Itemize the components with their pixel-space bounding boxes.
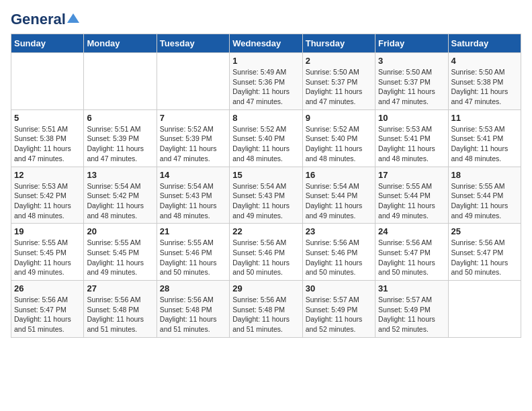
day-info: Sunrise: 5:57 AMSunset: 5:49 PMDaylight:… <box>378 295 445 334</box>
day-info: Sunrise: 5:56 AMSunset: 5:48 PMDaylight:… <box>160 295 226 334</box>
day-info: Sunrise: 5:56 AMSunset: 5:48 PMDaylight:… <box>232 295 299 334</box>
day-number: 14 <box>160 170 226 180</box>
day-number: 2 <box>306 56 372 66</box>
day-info: Sunrise: 5:56 AMSunset: 5:47 PMDaylight:… <box>378 238 445 277</box>
logo-general: General <box>11 11 66 28</box>
calendar-day-cell: 28Sunrise: 5:56 AMSunset: 5:48 PMDayligh… <box>157 281 229 338</box>
day-number: 21 <box>160 226 226 236</box>
day-info: Sunrise: 5:56 AMSunset: 5:46 PMDaylight:… <box>232 238 299 277</box>
calendar-week-row: 12Sunrise: 5:53 AMSunset: 5:42 PMDayligh… <box>11 167 521 224</box>
day-info: Sunrise: 5:53 AMSunset: 5:42 PMDaylight:… <box>14 181 81 221</box>
calendar-day-cell: 11Sunrise: 5:53 AMSunset: 5:41 PMDayligh… <box>448 109 521 167</box>
day-info: Sunrise: 5:55 AMSunset: 5:46 PMDaylight:… <box>160 238 226 277</box>
page-header: General <box>11 11 521 26</box>
day-info: Sunrise: 5:55 AMSunset: 5:45 PMDaylight:… <box>14 238 81 277</box>
day-number: 25 <box>451 226 518 236</box>
weekday-header-sunday: Sunday <box>11 34 84 53</box>
weekday-header-saturday: Saturday <box>448 34 521 53</box>
day-info: Sunrise: 5:49 AMSunset: 5:36 PMDaylight:… <box>232 67 299 107</box>
calendar-week-row: 1Sunrise: 5:49 AMSunset: 5:36 PMDaylight… <box>11 53 521 110</box>
calendar-empty-cell <box>84 53 157 110</box>
calendar-day-cell: 31Sunrise: 5:57 AMSunset: 5:49 PMDayligh… <box>375 281 448 338</box>
day-number: 31 <box>378 283 445 293</box>
day-info: Sunrise: 5:55 AMSunset: 5:45 PMDaylight:… <box>87 238 153 277</box>
day-number: 18 <box>451 170 518 180</box>
calendar-day-cell: 9Sunrise: 5:52 AMSunset: 5:40 PMDaylight… <box>302 109 375 167</box>
calendar-day-cell: 7Sunrise: 5:52 AMSunset: 5:39 PMDaylight… <box>157 109 229 167</box>
day-number: 23 <box>306 226 372 236</box>
calendar-day-cell: 1Sunrise: 5:49 AMSunset: 5:36 PMDaylight… <box>230 53 302 110</box>
calendar-day-cell: 2Sunrise: 5:50 AMSunset: 5:37 PMDaylight… <box>302 53 375 110</box>
calendar-day-cell: 16Sunrise: 5:54 AMSunset: 5:44 PMDayligh… <box>302 167 375 224</box>
calendar-week-row: 19Sunrise: 5:55 AMSunset: 5:45 PMDayligh… <box>11 224 521 281</box>
day-info: Sunrise: 5:51 AMSunset: 5:39 PMDaylight:… <box>87 124 153 164</box>
calendar-day-cell: 20Sunrise: 5:55 AMSunset: 5:45 PMDayligh… <box>84 224 157 281</box>
calendar-day-cell: 6Sunrise: 5:51 AMSunset: 5:39 PMDaylight… <box>84 109 157 167</box>
day-info: Sunrise: 5:52 AMSunset: 5:40 PMDaylight:… <box>232 124 299 164</box>
logo-icon <box>67 12 79 24</box>
day-info: Sunrise: 5:53 AMSunset: 5:41 PMDaylight:… <box>451 124 518 164</box>
calendar-day-cell: 18Sunrise: 5:55 AMSunset: 5:44 PMDayligh… <box>448 167 521 224</box>
calendar-header-row: SundayMondayTuesdayWednesdayThursdayFrid… <box>11 34 521 53</box>
weekday-header-thursday: Thursday <box>302 34 375 53</box>
calendar-week-row: 5Sunrise: 5:51 AMSunset: 5:38 PMDaylight… <box>11 109 521 167</box>
calendar-day-cell: 14Sunrise: 5:54 AMSunset: 5:43 PMDayligh… <box>157 167 229 224</box>
day-number: 20 <box>87 226 153 236</box>
logo: General <box>11 11 79 26</box>
day-info: Sunrise: 5:55 AMSunset: 5:44 PMDaylight:… <box>451 181 518 221</box>
day-number: 4 <box>451 56 518 66</box>
day-number: 29 <box>232 283 299 293</box>
day-info: Sunrise: 5:54 AMSunset: 5:43 PMDaylight:… <box>232 181 299 221</box>
calendar-day-cell: 17Sunrise: 5:55 AMSunset: 5:44 PMDayligh… <box>375 167 448 224</box>
day-info: Sunrise: 5:54 AMSunset: 5:42 PMDaylight:… <box>87 181 153 221</box>
day-number: 16 <box>306 170 372 180</box>
day-info: Sunrise: 5:55 AMSunset: 5:44 PMDaylight:… <box>378 181 445 221</box>
calendar-day-cell: 30Sunrise: 5:57 AMSunset: 5:49 PMDayligh… <box>302 281 375 338</box>
day-info: Sunrise: 5:53 AMSunset: 5:41 PMDaylight:… <box>378 124 445 164</box>
calendar-day-cell: 29Sunrise: 5:56 AMSunset: 5:48 PMDayligh… <box>230 281 302 338</box>
day-info: Sunrise: 5:56 AMSunset: 5:48 PMDaylight:… <box>87 295 153 334</box>
day-number: 3 <box>378 56 445 66</box>
svg-marker-0 <box>67 13 79 23</box>
day-info: Sunrise: 5:52 AMSunset: 5:39 PMDaylight:… <box>160 124 226 164</box>
day-info: Sunrise: 5:57 AMSunset: 5:49 PMDaylight:… <box>306 295 372 334</box>
day-number: 13 <box>87 170 153 180</box>
day-number: 11 <box>451 113 518 123</box>
calendar-day-cell: 10Sunrise: 5:53 AMSunset: 5:41 PMDayligh… <box>375 109 448 167</box>
calendar-empty-cell <box>157 53 229 110</box>
day-info: Sunrise: 5:51 AMSunset: 5:38 PMDaylight:… <box>14 124 81 164</box>
calendar-day-cell: 19Sunrise: 5:55 AMSunset: 5:45 PMDayligh… <box>11 224 84 281</box>
calendar-day-cell: 27Sunrise: 5:56 AMSunset: 5:48 PMDayligh… <box>84 281 157 338</box>
day-number: 12 <box>14 170 81 180</box>
day-number: 26 <box>14 283 81 293</box>
day-number: 7 <box>160 113 226 123</box>
calendar-empty-cell <box>448 281 521 338</box>
weekday-header-friday: Friday <box>375 34 448 53</box>
day-info: Sunrise: 5:52 AMSunset: 5:40 PMDaylight:… <box>306 124 372 164</box>
calendar-table: SundayMondayTuesdayWednesdayThursdayFrid… <box>11 34 521 338</box>
calendar-day-cell: 26Sunrise: 5:56 AMSunset: 5:47 PMDayligh… <box>11 281 84 338</box>
calendar-empty-cell <box>11 53 84 110</box>
calendar-day-cell: 21Sunrise: 5:55 AMSunset: 5:46 PMDayligh… <box>157 224 229 281</box>
weekday-header-monday: Monday <box>84 34 157 53</box>
calendar-day-cell: 12Sunrise: 5:53 AMSunset: 5:42 PMDayligh… <box>11 167 84 224</box>
day-number: 6 <box>87 113 153 123</box>
day-info: Sunrise: 5:50 AMSunset: 5:37 PMDaylight:… <box>306 67 372 107</box>
day-number: 19 <box>14 226 81 236</box>
day-number: 28 <box>160 283 226 293</box>
day-number: 30 <box>306 283 372 293</box>
calendar-day-cell: 13Sunrise: 5:54 AMSunset: 5:42 PMDayligh… <box>84 167 157 224</box>
calendar-week-row: 26Sunrise: 5:56 AMSunset: 5:47 PMDayligh… <box>11 281 521 338</box>
calendar-day-cell: 23Sunrise: 5:56 AMSunset: 5:46 PMDayligh… <box>302 224 375 281</box>
calendar-day-cell: 8Sunrise: 5:52 AMSunset: 5:40 PMDaylight… <box>230 109 302 167</box>
day-number: 27 <box>87 283 153 293</box>
weekday-header-wednesday: Wednesday <box>230 34 302 53</box>
day-info: Sunrise: 5:56 AMSunset: 5:46 PMDaylight:… <box>306 238 372 277</box>
day-number: 10 <box>378 113 445 123</box>
calendar-day-cell: 24Sunrise: 5:56 AMSunset: 5:47 PMDayligh… <box>375 224 448 281</box>
day-number: 8 <box>232 113 299 123</box>
day-number: 9 <box>306 113 372 123</box>
calendar-day-cell: 4Sunrise: 5:50 AMSunset: 5:38 PMDaylight… <box>448 53 521 110</box>
day-info: Sunrise: 5:56 AMSunset: 5:47 PMDaylight:… <box>14 295 81 334</box>
day-info: Sunrise: 5:56 AMSunset: 5:47 PMDaylight:… <box>451 238 518 277</box>
